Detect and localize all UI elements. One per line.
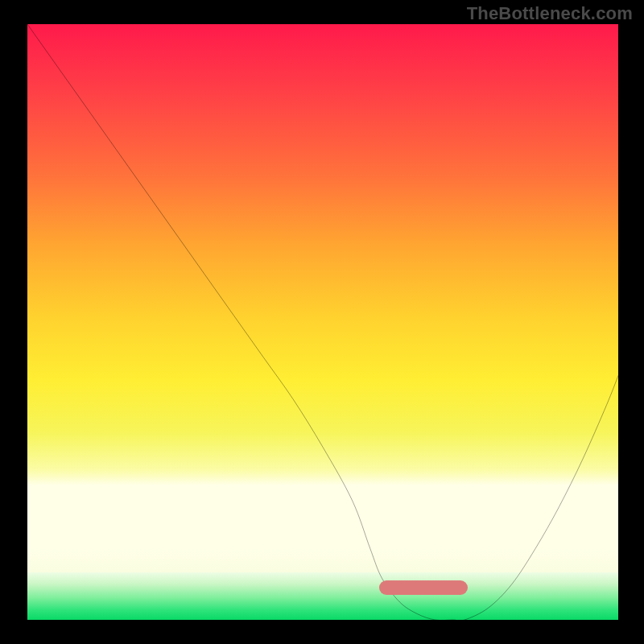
chart-frame: TheBottleneck.com — [0, 0, 644, 644]
bottleneck-curve — [27, 24, 618, 620]
watermark-label: TheBottleneck.com — [467, 3, 633, 24]
plot-area — [27, 24, 618, 620]
optimal-range-marker — [379, 580, 468, 595]
